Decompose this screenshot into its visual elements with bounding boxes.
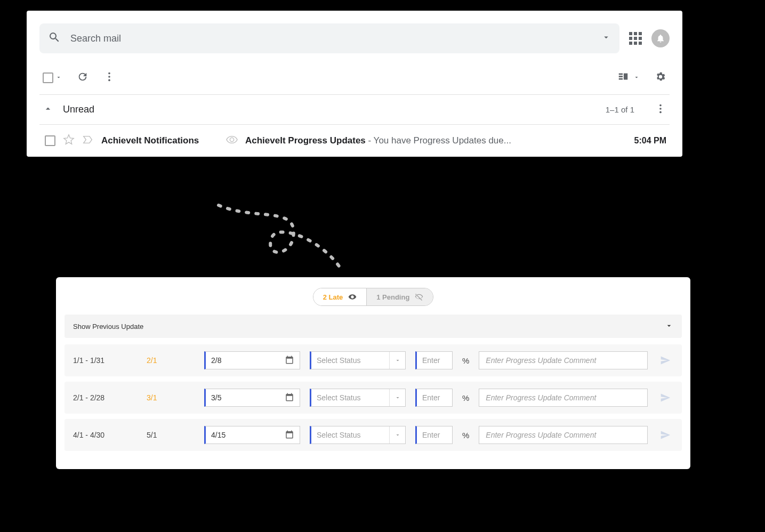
pill-late[interactable]: 2 Late	[313, 288, 367, 305]
email-checkbox[interactable]	[45, 135, 55, 146]
comment-placeholder: Enter Progress Update Comment	[486, 356, 596, 365]
date-value: 4/15	[211, 431, 226, 439]
section-label: Unread	[63, 104, 94, 115]
svg-point-0	[108, 72, 110, 74]
filter-pill-row: 2 Late 1 Pending	[65, 288, 682, 306]
progress-updates-card: 2 Late 1 Pending Show Previous Update 1/…	[56, 277, 690, 469]
accordion-label: Show Previous Update	[73, 323, 143, 331]
chevron-down-icon	[389, 352, 405, 369]
progress-update-row: 4/1 - 4/30 5/1 4/15 Select Status Enter …	[65, 419, 682, 451]
pill-pending-label: 1 Pending	[376, 293, 409, 301]
chevron-down-icon	[633, 73, 640, 83]
search-options-chevron-icon[interactable]	[601, 33, 611, 44]
eye-icon	[348, 293, 357, 301]
status-select[interactable]: Select Status	[310, 426, 406, 444]
date-input[interactable]: 4/15	[204, 426, 300, 444]
split-pane-icon	[617, 71, 629, 85]
eye-off-icon	[415, 293, 423, 301]
chevron-down-icon	[55, 73, 62, 83]
calendar-icon	[285, 355, 294, 366]
svg-point-2	[108, 79, 110, 81]
search-row: Search mail	[39, 23, 670, 53]
percent-placeholder: Enter	[422, 356, 440, 365]
period-label: 2/1 - 2/28	[73, 393, 137, 402]
percent-input[interactable]: Enter	[415, 426, 453, 444]
svg-rect-4	[619, 76, 623, 77]
calendar-icon	[285, 430, 294, 441]
date-input[interactable]: 3/5	[204, 389, 300, 407]
status-placeholder: Select Status	[311, 356, 389, 365]
svg-point-8	[659, 108, 662, 110]
email-time: 5:04 PM	[634, 136, 666, 146]
period-label: 4/1 - 4/30	[73, 431, 137, 439]
notifications-bell-icon[interactable]	[651, 29, 670, 47]
due-date-label: 5/1	[147, 431, 195, 439]
pill-pending[interactable]: 1 Pending	[366, 288, 433, 305]
percent-placeholder: Enter	[422, 431, 440, 439]
status-select[interactable]: Select Status	[310, 389, 406, 407]
settings-gear-icon[interactable]	[655, 71, 666, 85]
percent-placeholder: Enter	[422, 393, 440, 402]
email-subject-line: AchieveIt Progress Updates - You have Pr…	[245, 135, 511, 146]
apps-grid-icon[interactable]	[629, 32, 642, 45]
comment-input[interactable]: Enter Progress Update Comment	[479, 426, 648, 444]
search-bar[interactable]: Search mail	[39, 23, 619, 53]
progress-update-row: 1/1 - 1/31 2/1 2/8 Select Status Enter %…	[65, 344, 682, 376]
chevron-up-icon	[43, 103, 53, 116]
dashed-arrow-decoration	[160, 200, 373, 285]
email-preview: - You have Progress Updates due...	[366, 135, 511, 146]
svg-rect-5	[619, 78, 623, 79]
calendar-icon	[285, 392, 294, 404]
refresh-button[interactable]	[77, 71, 88, 85]
status-placeholder: Select Status	[311, 431, 389, 439]
percent-suffix: %	[462, 393, 469, 402]
date-value: 3/5	[211, 393, 221, 402]
split-pane-toggle[interactable]	[617, 71, 640, 85]
search-placeholder: Search mail	[70, 33, 592, 44]
more-vert-icon[interactable]	[103, 71, 115, 85]
comment-placeholder: Enter Progress Update Comment	[486, 431, 596, 439]
email-subject: AchieveIt Progress Updates	[245, 135, 366, 146]
filter-pill: 2 Late 1 Pending	[313, 288, 434, 306]
eye-icon	[226, 134, 238, 148]
importance-tag-icon[interactable]	[82, 134, 94, 148]
section-more-icon[interactable]	[655, 103, 666, 117]
period-label: 1/1 - 1/31	[73, 356, 137, 365]
section-count: 1–1 of 1	[606, 105, 634, 114]
percent-suffix: %	[462, 356, 469, 365]
date-value: 2/8	[211, 356, 221, 365]
due-date-label: 2/1	[147, 356, 195, 365]
svg-point-7	[659, 104, 662, 106]
progress-update-row: 2/1 - 2/28 3/1 3/5 Select Status Enter %…	[65, 382, 682, 414]
email-sender: AchieveIt Notifications	[101, 135, 219, 146]
percent-suffix: %	[462, 431, 469, 440]
chevron-down-icon	[389, 426, 405, 444]
send-button[interactable]	[657, 392, 673, 403]
search-icon	[48, 31, 61, 46]
send-button[interactable]	[657, 430, 673, 440]
chevron-down-icon	[389, 389, 405, 406]
status-placeholder: Select Status	[311, 393, 389, 402]
svg-point-1	[108, 76, 110, 78]
date-input[interactable]: 2/8	[204, 351, 300, 369]
status-select[interactable]: Select Status	[310, 351, 406, 369]
svg-point-9	[659, 111, 662, 113]
select-all-checkbox[interactable]	[43, 72, 62, 83]
comment-input[interactable]: Enter Progress Update Comment	[479, 389, 648, 407]
comment-placeholder: Enter Progress Update Comment	[486, 393, 596, 402]
percent-input[interactable]: Enter	[415, 389, 453, 407]
email-row[interactable]: AchieveIt Notifications AchieveIt Progre…	[39, 125, 670, 157]
email-inbox-card: Search mail	[27, 11, 682, 157]
comment-input[interactable]: Enter Progress Update Comment	[479, 351, 648, 369]
percent-input[interactable]: Enter	[415, 351, 453, 369]
unread-section-header[interactable]: Unread 1–1 of 1	[39, 95, 670, 125]
star-icon[interactable]	[63, 134, 75, 148]
email-toolbar	[39, 61, 670, 95]
pill-late-label: 2 Late	[323, 293, 343, 301]
svg-rect-6	[624, 73, 627, 79]
svg-rect-3	[619, 73, 623, 75]
previous-update-accordion[interactable]: Show Previous Update	[65, 315, 682, 338]
chevron-down-icon	[665, 321, 673, 332]
due-date-label: 3/1	[147, 393, 195, 402]
send-button[interactable]	[657, 355, 673, 366]
